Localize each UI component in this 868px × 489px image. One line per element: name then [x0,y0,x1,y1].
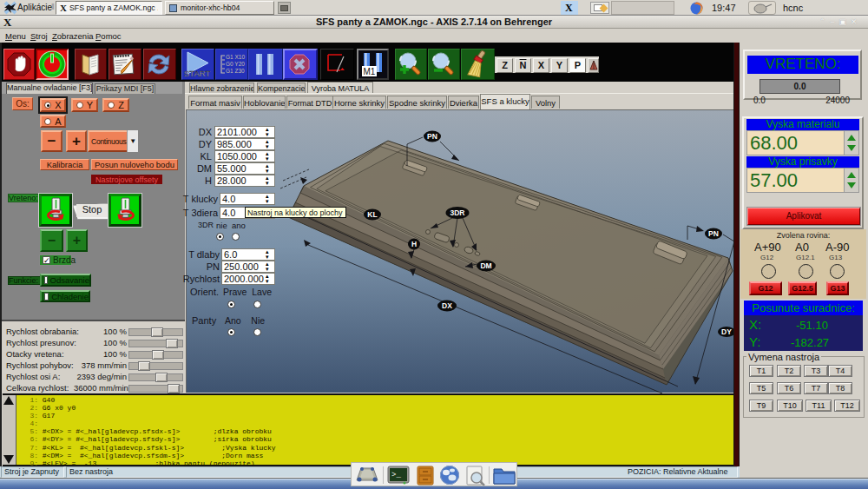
svg-text:PN: PN [427,132,437,141]
svg-text:3DR: 3DR [450,208,464,217]
svg-text:G1 X10: G1 X10 [226,54,245,60]
svg-text:H: H [411,240,417,248]
svg-text:DM: DM [480,261,491,270]
svg-text:M1: M1 [364,67,376,76]
svg-text:DX: DX [442,301,452,310]
svg-text:START: START [184,69,210,78]
svg-text:G0 Y20: G0 Y20 [226,61,245,67]
svg-text:PN: PN [708,229,719,238]
svg-text:KL: KL [367,210,377,219]
svg-text:>_: >_ [391,471,401,479]
svg-text:DY: DY [721,327,732,336]
svg-text:G1 Z30: G1 Z30 [226,68,245,74]
